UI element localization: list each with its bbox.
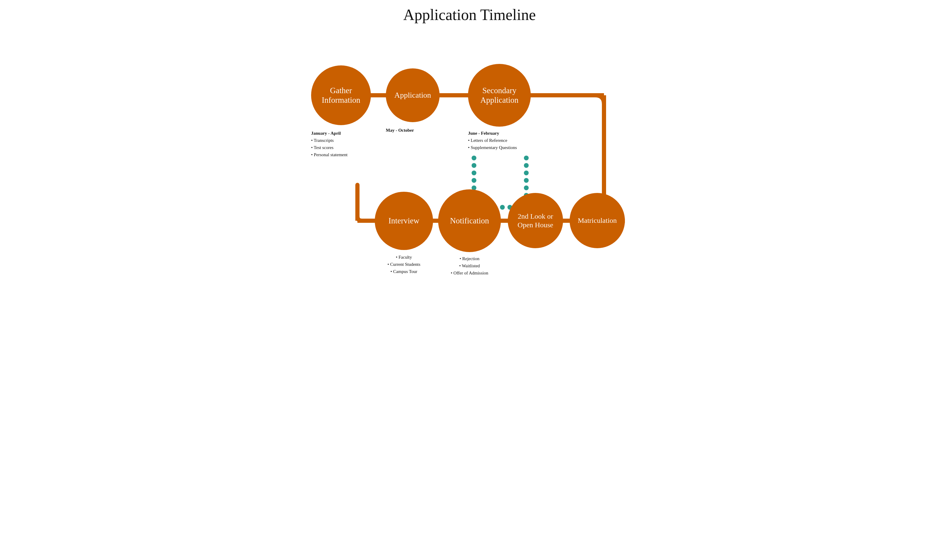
- svg-point-17: [524, 163, 529, 168]
- svg-point-19: [524, 178, 529, 183]
- svg-point-26: [500, 205, 505, 210]
- notification-label: Notification: [450, 216, 489, 226]
- secondary-app-bullets: • Letters of Reference • Supplementary Q…: [468, 137, 537, 151]
- gather-information-node: Gather Information: [311, 65, 371, 125]
- notification-bullets: • Rejection • Waitlisted • Offer of Admi…: [438, 255, 501, 277]
- gather-information-label: Gather Information: [322, 86, 361, 105]
- notification-node: Notification: [438, 189, 501, 252]
- application-text: May - October: [386, 127, 439, 134]
- secondary-application-label: Secondary Application: [480, 86, 518, 105]
- gather-info-bullets: • Transcripts • Test scores • Personal s…: [311, 137, 374, 158]
- secondary-app-date: June - February: [468, 129, 537, 137]
- application-label: Application: [395, 91, 431, 100]
- second-look-node: 2nd Look or Open House: [508, 193, 563, 248]
- svg-point-11: [472, 171, 476, 175]
- svg-point-18: [524, 171, 529, 175]
- secondary-application-node: Secondary Application: [468, 64, 531, 127]
- interview-text: • Faculty • Current Students • Campus To…: [375, 254, 433, 275]
- svg-point-12: [472, 178, 476, 183]
- second-look-label: 2nd Look or Open House: [518, 212, 553, 229]
- svg-point-16: [524, 155, 529, 160]
- application-node: Application: [386, 68, 439, 122]
- notification-text: • Rejection • Waitlisted • Offer of Admi…: [438, 255, 501, 277]
- svg-point-9: [472, 155, 476, 160]
- application-date: May - October: [386, 127, 439, 134]
- timeline-diagram: Gather Information Application Secondary…: [311, 35, 628, 305]
- svg-point-10: [472, 163, 476, 168]
- page-title: Application Timeline: [308, 6, 631, 24]
- interview-label: Interview: [389, 216, 419, 226]
- gather-info-date: January - April: [311, 129, 374, 137]
- interview-bullets: • Faculty • Current Students • Campus To…: [375, 254, 433, 275]
- secondary-app-text: June - February • Letters of Reference •…: [468, 129, 537, 151]
- gather-info-text: January - April • Transcripts • Test sco…: [311, 129, 374, 158]
- matriculation-node: Matriculation: [570, 193, 625, 248]
- svg-point-20: [524, 186, 529, 190]
- matriculation-label: Matriculation: [578, 216, 617, 225]
- interview-node: Interview: [375, 192, 433, 250]
